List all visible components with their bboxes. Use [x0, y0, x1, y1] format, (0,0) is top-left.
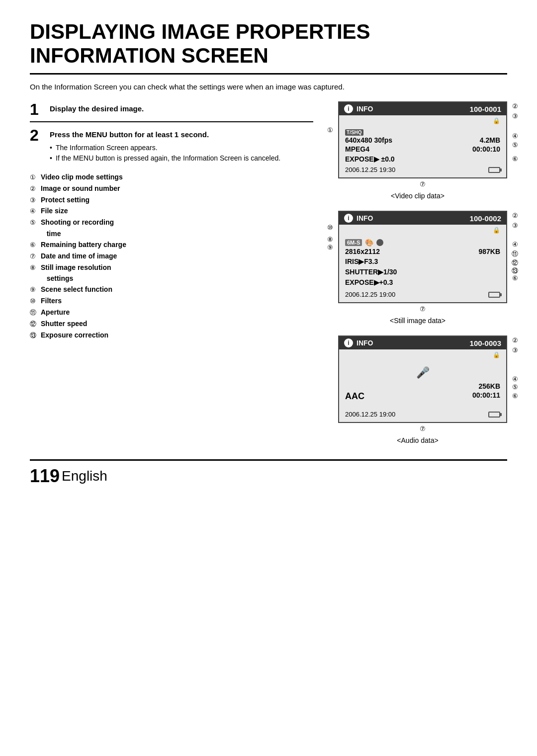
- ann-bottom-7-still: ⑦: [338, 305, 507, 313]
- steps-right: ① ② ③ ④ ⑤ ⑥ i INFO 100-0001: [328, 101, 507, 444]
- ann-left-10: ⑩: [327, 224, 333, 231]
- audio-battery-icon: [488, 412, 500, 418]
- mode-badge: T/SHQ: [345, 129, 363, 136]
- microphone-icon: 🎤: [416, 366, 430, 379]
- audio-screen-wrapper: ② ③ ④ ⑤ ⑥ i INFO 100-0003 🔒: [328, 336, 507, 444]
- still-screen-wrapper: ⑩ ⑧ ⑨ ② ③ ④ ⑪ ⑫ ⑬ ⑥ i INFO 100-0002: [328, 211, 507, 325]
- battery-icon: [488, 167, 500, 173]
- page-footer: 119 English: [30, 459, 507, 487]
- filter-circle: [376, 239, 383, 246]
- video-date-row: 2006.12.25 19:30: [345, 166, 500, 173]
- still-info-icon: i INFO: [344, 214, 373, 223]
- ann-bottom-7-audio: ⑦: [338, 425, 507, 432]
- audio-info-header: i INFO 100-0003: [339, 336, 506, 349]
- protect-icon: 🔒: [493, 117, 500, 124]
- ann-left-9: ⑨: [327, 244, 333, 251]
- still-mode-badge: 6M-S: [345, 239, 362, 246]
- still-res-row: 2816x2112 987KB: [345, 248, 500, 255]
- ann-right-6: ⑥: [512, 155, 518, 163]
- ann-right-s11: ⑪: [512, 250, 518, 258]
- still-caption: <Still image data>: [390, 317, 446, 325]
- still-icons-row: 6M-S 🎨: [345, 239, 500, 247]
- ann-right-5: ⑤: [512, 141, 518, 149]
- still-date-row: 2006.12.25 19:00: [345, 291, 500, 298]
- ann-right-s4: ④: [512, 241, 518, 248]
- bullet-1: The Information Screen appears.: [50, 143, 280, 153]
- audio-screen-container: ② ③ ④ ⑤ ⑥ i INFO 100-0003 🔒: [338, 336, 507, 432]
- list-item-12: ⑫ Shutter speed: [30, 318, 313, 330]
- steps-left: 1 Display the desired image. 2 Press the…: [30, 101, 313, 340]
- still-info-screen: i INFO 100-0002 🔒 6M-S 🎨: [338, 211, 507, 303]
- ann-right-a2: ②: [512, 336, 518, 344]
- ann-right-a6: ⑥: [512, 392, 518, 400]
- video-res-row: 640x480 30fps 4.2MB: [345, 136, 500, 144]
- video-screen-wrapper: ① ② ③ ④ ⑤ ⑥ i INFO 100-0001: [328, 101, 507, 200]
- step1-label: Display the desired image.: [50, 104, 144, 113]
- page-title: DISPLAYING IMAGE PROPERTIES INFORMATION …: [30, 20, 507, 75]
- video-expose-row: EXPOSE▶ ±0.0: [345, 155, 500, 163]
- ann-right-3: ③: [512, 112, 518, 120]
- list-item-1: ① Video clip mode settings: [30, 171, 313, 183]
- numbered-list: ① Video clip mode settings ② Image or so…: [30, 171, 313, 340]
- list-item-6: ⑥ Remaining battery charge: [30, 239, 313, 251]
- list-item-9: ⑨ Scene select function: [30, 284, 313, 295]
- video-screen-container: ① ② ③ ④ ⑤ ⑥ i INFO 100-0001: [338, 101, 507, 188]
- audio-info-icon: i INFO: [344, 338, 373, 347]
- ann-right-a3: ③: [512, 346, 518, 354]
- still-protect-icon: 🔒: [493, 227, 500, 234]
- ann-left-8: ⑧: [327, 236, 333, 243]
- list-item-5: ⑤ Shooting or recording time: [30, 217, 313, 239]
- list-item-10: ⑩ Filters: [30, 295, 313, 307]
- still-expose-row: EXPOSE▶+0.3: [345, 277, 500, 288]
- step-1: 1 Display the desired image.: [30, 101, 313, 122]
- still-iris-row: IRIS▶F3.3: [345, 256, 500, 267]
- ann-right-a4: ④: [512, 375, 518, 383]
- still-battery-icon: [488, 292, 500, 298]
- list-item-13: ⑬ Exposure correction: [30, 330, 313, 341]
- audio-date-row: 2006.12.25 19:00: [345, 411, 500, 418]
- mic-icon-row: 🎤: [345, 366, 500, 379]
- video-info-screen: i INFO 100-0001 🔒 T/SHQ: [338, 101, 507, 178]
- ann-right-2: ②: [512, 102, 518, 110]
- step2-bullets: The Information Screen appears. If the M…: [50, 143, 280, 164]
- still-info-header: i INFO 100-0002: [339, 212, 506, 225]
- list-item-3: ③ Protect setting: [30, 194, 313, 206]
- ann-right-s2: ②: [512, 212, 518, 219]
- ann-right-a5: ⑤: [512, 383, 518, 391]
- audio-caption: <Audio data>: [397, 436, 438, 444]
- audio-protect-icon: 🔒: [493, 351, 500, 358]
- audio-info-screen: i INFO 100-0003 🔒 🎤: [338, 336, 507, 423]
- ann-right-4: ④: [512, 132, 518, 140]
- scene-icon: 🎨: [365, 239, 373, 247]
- list-item-7: ⑦ Date and time of image: [30, 251, 313, 262]
- bullet-2: If the MENU button is pressed again, the…: [50, 153, 280, 164]
- video-codec-row: MPEG4 00:00:10: [345, 145, 500, 153]
- step-2: 2 Press the MENU button for at least 1 s…: [30, 127, 313, 166]
- list-item-4: ④ File size: [30, 205, 313, 217]
- info-icon: i INFO: [344, 104, 373, 113]
- list-item-8: ⑧ Still image resolution settings: [30, 262, 313, 284]
- video-info-header: i INFO 100-0001: [339, 102, 506, 115]
- video-info-body: T/SHQ 640x480 30fps 4.2MB MPEG4 00:00:10: [339, 125, 506, 177]
- video-caption: <Video clip data>: [391, 192, 445, 200]
- step2-label: Press the MENU button for at least 1 sec…: [50, 130, 209, 139]
- list-item-2: ② Image or sound number: [30, 183, 313, 194]
- steps-section: 1 Display the desired image. 2 Press the…: [30, 101, 507, 444]
- still-screen-container: ⑩ ⑧ ⑨ ② ③ ④ ⑪ ⑫ ⑬ ⑥ i INFO 100-0002: [338, 211, 507, 313]
- audio-info-body: 🎤 256KB AAC 00:00:11: [339, 359, 506, 422]
- audio-codec-row: AAC 00:00:11: [345, 391, 500, 402]
- ann-bottom-7-video: ⑦: [338, 180, 507, 188]
- intro-text: On the Information Screen you can check …: [30, 82, 507, 93]
- ann-right-s3: ③: [512, 222, 518, 229]
- still-shutter-row: SHUTTER▶1/30: [345, 267, 500, 277]
- ann-right-s6: ⑥: [512, 274, 518, 282]
- list-item-11: ⑪ Aperture: [30, 307, 313, 318]
- ann-left-1: ①: [327, 126, 333, 134]
- still-info-body: 6M-S 🎨 2816x2112 987KB IRIS▶F3.3: [339, 235, 506, 302]
- audio-size-row: 256KB: [345, 382, 500, 390]
